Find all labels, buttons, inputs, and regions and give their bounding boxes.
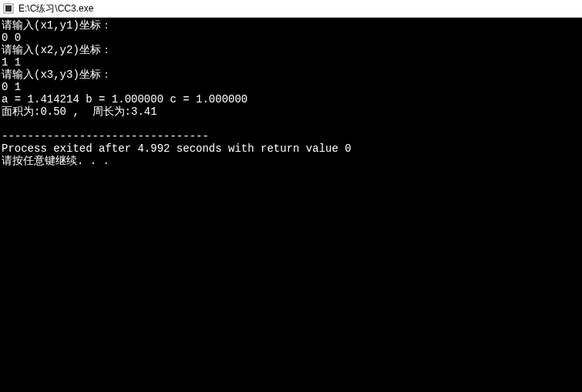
console-line: 0 1 [2,81,21,93]
svg-rect-1 [5,5,12,12]
console-line: -------------------------------- [2,130,209,142]
console-line: Process exited after 4.992 seconds with … [2,142,352,155]
console-line: 0 0 [2,32,21,44]
app-icon [3,3,14,14]
console-line: 请输入(x2,y2)坐标： [2,44,112,56]
console-line: 请输入(x1,y1)坐标： [2,19,112,32]
title-bar: E:\C练习\CC3.exe [0,0,582,18]
console-line: a = 1.414214 b = 1.000000 c = 1.000000 [2,93,247,106]
console-line: 面积为:0.50 , 周长为:3.41 [2,106,157,118]
console-output[interactable]: 请输入(x1,y1)坐标： 0 0 请输入(x2,y2)坐标： 1 1 请输入(… [0,18,582,392]
console-line: 请输入(x3,y3)坐标： [2,69,112,81]
console-line: 请按任意键继续. . . [2,155,109,167]
window-title: E:\C练习\CC3.exe [19,2,93,15]
console-line: 1 1 [2,56,21,69]
